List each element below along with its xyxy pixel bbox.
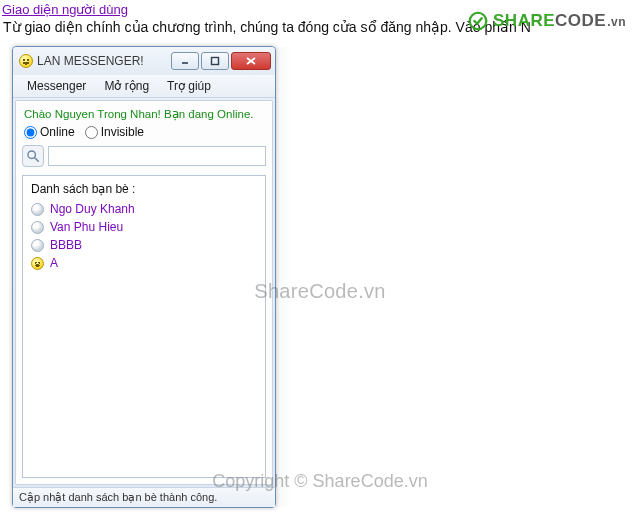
svg-rect-1 <box>212 58 219 65</box>
buddy-name: Van Phu Hieu <box>50 220 123 234</box>
list-item[interactable]: Ngo Duy Khanh <box>31 200 257 218</box>
maximize-icon <box>210 56 220 66</box>
menubar: Messenger Mở rộng Trợ giúp <box>13 75 275 98</box>
minimize-button[interactable] <box>171 52 199 70</box>
status-online-radio[interactable] <box>24 126 37 139</box>
search-icon[interactable] <box>22 145 44 167</box>
list-item[interactable]: A <box>31 254 257 272</box>
sharecode-swirl-icon <box>467 10 489 32</box>
buddy-list[interactable]: Danh sách bạn bè : Ngo Duy KhanhVan Phu … <box>22 175 266 478</box>
maximize-button[interactable] <box>201 52 229 70</box>
status-invisible-label: Invisible <box>101 125 144 139</box>
status-bar: Cập nhật danh sách bạn bè thành công. <box>13 487 275 507</box>
buddy-name: A <box>50 256 58 270</box>
status-invisible-radio[interactable] <box>85 126 98 139</box>
logo-share: SHARE <box>493 11 555 30</box>
menu-messenger[interactable]: Messenger <box>19 77 94 95</box>
list-item[interactable]: Van Phu Hieu <box>31 218 257 236</box>
sharecode-logo: SHARECODE.vn <box>467 10 626 32</box>
buddylist-header: Danh sách bạn bè : <box>31 182 257 196</box>
list-item[interactable]: BBBB <box>31 236 257 254</box>
buddy-name: Ngo Duy Khanh <box>50 202 135 216</box>
greeting-text: Chào Nguyen Trong Nhan! Bạn đang Online. <box>16 101 272 125</box>
minimize-icon <box>180 56 190 66</box>
app-smiley-icon <box>19 54 33 68</box>
client-area: Chào Nguyen Trong Nhan! Bạn đang Online.… <box>15 100 273 485</box>
logo-vn: .vn <box>607 15 626 29</box>
status-online-label: Online <box>40 125 75 139</box>
status-offline-icon <box>31 239 44 252</box>
window-title: LAN MESSENGER! <box>33 54 171 68</box>
menu-morong[interactable]: Mở rộng <box>96 77 157 95</box>
status-row: Online Invisible <box>16 125 272 145</box>
titlebar[interactable]: LAN MESSENGER! <box>13 47 275 75</box>
svg-line-5 <box>35 158 39 162</box>
app-window: LAN MESSENGER! Messenger Mở rộng Trợ giú… <box>12 46 276 508</box>
status-invisible[interactable]: Invisible <box>85 125 144 139</box>
search-input[interactable] <box>48 146 266 166</box>
menu-trogiup[interactable]: Trợ giúp <box>159 77 219 95</box>
buddy-name: BBBB <box>50 238 82 252</box>
status-offline-icon <box>31 203 44 216</box>
status-online-icon <box>31 257 44 270</box>
status-offline-icon <box>31 221 44 234</box>
close-icon <box>245 56 257 66</box>
status-online[interactable]: Online <box>24 125 75 139</box>
logo-code: CODE <box>555 11 606 30</box>
close-button[interactable] <box>231 52 271 70</box>
section-link[interactable]: Giao diện người dùng <box>0 0 130 17</box>
search-row <box>16 145 272 173</box>
